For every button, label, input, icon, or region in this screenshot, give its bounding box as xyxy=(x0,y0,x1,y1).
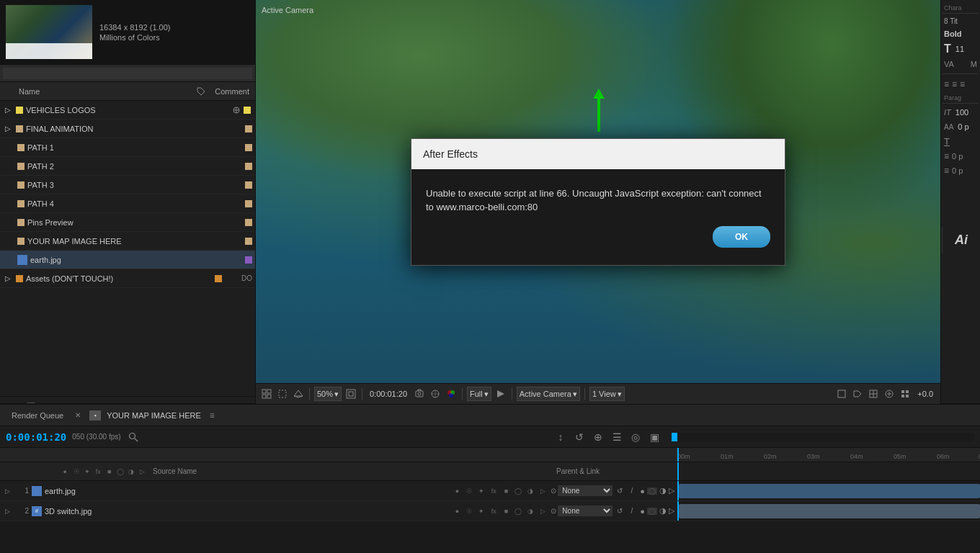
timeline-menu-icon[interactable]: ≡ xyxy=(210,410,215,421)
layer-color-swatch xyxy=(17,238,24,245)
frame-blend-switch[interactable]: ◯ xyxy=(513,486,523,496)
frame-blend-switch[interactable]: ◯ xyxy=(513,506,523,516)
layer-expand-icon xyxy=(3,255,14,265)
graph-editor-icon[interactable]: ◎ xyxy=(627,429,644,445)
layer-item-selected[interactable]: earth.jpg xyxy=(0,251,255,269)
align-center-icon[interactable]: ≡ xyxy=(952,79,957,89)
render-queue-tab[interactable]: Render Queue xyxy=(6,411,69,420)
playhead-position-indicator xyxy=(672,433,677,441)
layer-item[interactable]: Pins Preview xyxy=(0,213,255,232)
parent-pick-whip[interactable]: ↺ xyxy=(614,485,625,497)
layer-track-matte[interactable]: ◑ xyxy=(659,506,667,516)
video-switch[interactable]: ☉ xyxy=(464,506,474,516)
layer-header-left: ● ☉ ✦ fx ■ ◯ ◑ ▷ Source Name Parent & Li… xyxy=(0,462,677,480)
layer-expand-arrow[interactable]: ▷ xyxy=(3,487,12,495)
collapse-switch[interactable]: ▷ xyxy=(538,486,548,496)
layer-icon-group: ● ◯ ◑ ▷ xyxy=(640,486,674,495)
layer-item[interactable]: ▷ FINAL ANIMATION xyxy=(0,120,255,138)
audio-switch[interactable]: ✦ xyxy=(476,486,486,496)
layer-expand-icon xyxy=(3,199,14,209)
solo-switch[interactable]: ● xyxy=(452,486,462,496)
filter-input[interactable] xyxy=(3,68,252,79)
layer-color-swatch xyxy=(17,163,24,170)
column-headers: Name Comment xyxy=(0,82,255,101)
parent-pick-whip[interactable]: ↺ xyxy=(614,505,625,517)
3d-switch[interactable]: ◑ xyxy=(525,486,535,496)
layer-mode-icon[interactable]: ● xyxy=(640,507,645,516)
layer-duration-bar xyxy=(679,484,980,498)
timeline-layers: ▷ 1 earth.jpg ● ☉ ✦ fx ■ ◯ ◑ ▷ ⊙ xyxy=(0,481,980,553)
dialog-ok-button[interactable]: OK xyxy=(713,226,770,248)
layer-track-matte-2[interactable]: ▷ xyxy=(669,486,674,495)
layer-color-swatch xyxy=(17,144,24,151)
layer-track-matte-2[interactable]: ▷ xyxy=(669,506,674,516)
layer-item[interactable]: PATH 2 xyxy=(0,157,255,176)
layer-thumbnail xyxy=(32,486,42,496)
layer-item[interactable]: ▷ VEHICLES LOGOS xyxy=(0,101,255,120)
layer-item[interactable]: YOUR MAP IMAGE HERE xyxy=(0,232,255,251)
playhead-layer-line xyxy=(677,481,679,500)
layer-comment-color xyxy=(215,275,222,282)
ruler-mark-02: 02m xyxy=(764,453,777,460)
3d-switch[interactable]: ◑ xyxy=(525,506,535,516)
current-time-display[interactable]: 0:00:01:20 xyxy=(6,431,66,443)
frame-blending-icon[interactable]: ⊕ xyxy=(589,429,607,445)
motion-blur-icon[interactable]: ☰ xyxy=(608,429,625,445)
layer-expand-arrow[interactable]: ▷ xyxy=(3,507,12,516)
video-switch[interactable]: ☉ xyxy=(464,486,474,496)
ruler-mark-01: 01m xyxy=(721,453,734,460)
layer-expand-icon xyxy=(3,180,14,190)
timeline-comp-name: YOUR MAP IMAGE HERE xyxy=(107,411,201,420)
layer-mode-badge: ◯ xyxy=(647,487,657,495)
layer-mode-icon[interactable]: ● xyxy=(640,487,645,495)
layer-name: Assets (DON'T TOUCH!) xyxy=(26,274,215,283)
layer-item[interactable]: PATH 4 xyxy=(0,194,255,213)
it-size-value: 100 xyxy=(953,107,971,117)
fx-switch[interactable]: fx xyxy=(489,506,499,516)
solo-switch[interactable]: ● xyxy=(452,506,462,516)
va-row: VA M xyxy=(943,59,979,69)
layer-folder-icon: ▷ xyxy=(3,105,13,115)
switch-header-3: ✦ xyxy=(83,468,92,475)
parent-link-icon: ⊙ xyxy=(551,507,556,515)
switch-header-5: ■ xyxy=(105,468,114,475)
collapse-switch[interactable]: ▷ xyxy=(538,506,548,516)
indent-value-2: 0 p xyxy=(952,166,963,175)
layer-name-timeline: 3D switch.jpg xyxy=(45,507,449,516)
dialog-overlay: After Effects Unable to execute script a… xyxy=(256,0,940,403)
underline-t-icon: T xyxy=(944,136,950,147)
layer-left-section: ▷ 2 # 3D switch.jpg ● ☉ ✦ fx ■ ◯ ◑ ▷ xyxy=(0,501,677,521)
layer-item[interactable]: PATH 3 xyxy=(0,176,255,194)
parent-link-select[interactable]: None xyxy=(558,485,612,496)
render-queue-close[interactable]: ✕ xyxy=(75,411,81,419)
preview-thumbnail xyxy=(6,5,92,59)
motion-blur-switch[interactable]: ■ xyxy=(501,486,511,496)
layer-track-area xyxy=(677,501,980,521)
italic-t-icon: IT xyxy=(944,108,951,117)
indent-icon[interactable]: ≡ xyxy=(944,151,949,161)
align-right-icon[interactable]: ≡ xyxy=(960,79,965,89)
layer-item[interactable]: ▷ Assets (DON'T TOUCH!) DO xyxy=(0,269,255,288)
audio-switch[interactable]: ✦ xyxy=(476,506,486,516)
indent-icon-2[interactable]: ≡ xyxy=(944,166,949,176)
parent-link-col: ⊙ None ↺ / xyxy=(551,485,637,497)
layer-comment-color xyxy=(245,200,252,207)
ruler-mark-03: 03m xyxy=(807,453,820,460)
shy-icon[interactable]: ↺ xyxy=(571,429,588,445)
switch-header-2: ☉ xyxy=(71,468,80,475)
solo-icon[interactable]: ▣ xyxy=(646,429,663,445)
align-left-icon[interactable]: ≡ xyxy=(944,79,949,89)
layer-track-area xyxy=(677,481,980,500)
layer-track-matte[interactable]: ◑ xyxy=(659,486,667,495)
ruler-mark-06: 06m xyxy=(937,453,950,460)
playhead-layer-line xyxy=(677,501,679,521)
svg-point-35 xyxy=(129,433,135,439)
fx-switch[interactable]: fx xyxy=(489,486,499,496)
search-icon[interactable] xyxy=(127,431,140,444)
motion-blur-switch[interactable]: ■ xyxy=(501,506,511,516)
filter-bar[interactable] xyxy=(0,65,255,82)
parent-link-select[interactable]: None xyxy=(558,505,612,516)
layer-item[interactable]: PATH 1 xyxy=(0,138,255,157)
parent-tool-icon[interactable]: ↕ xyxy=(552,429,569,445)
timeline-track-header xyxy=(677,462,980,480)
